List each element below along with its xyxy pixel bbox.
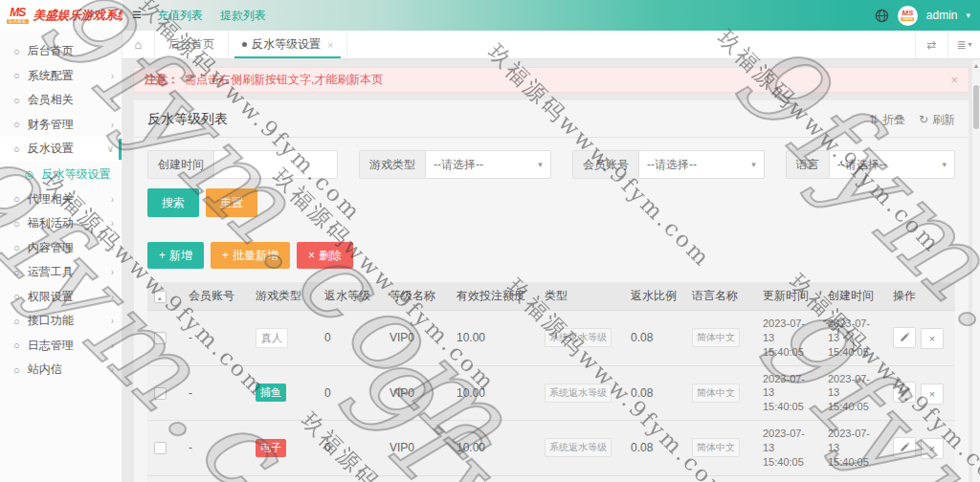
filter-row: 创建时间游戏类型--请选择--▾会员账号--请选择--▾语言--请选择--▾ [147, 150, 955, 179]
filter-select[interactable]: --请选择--▾ [426, 151, 550, 178]
menu-circle-icon: ○ [13, 46, 20, 57]
scroll-up-icon[interactable]: ▲ [972, 62, 980, 69]
sidebar-item-label: 后台首页 [28, 43, 114, 59]
row-delete-button[interactable]: × [921, 438, 944, 459]
filter-label: 语言 [787, 151, 830, 178]
scrollbar-thumb[interactable] [973, 85, 979, 129]
sidebar-item-label: 接口功能 [28, 313, 111, 329]
sidebar-subitem[interactable]: ◎反水等级设置 [0, 162, 122, 187]
chevron-right-icon: › [111, 316, 114, 326]
row-delete-button[interactable]: × [921, 328, 944, 349]
panel-title: 反水等级列表 [147, 111, 228, 128]
sidebar-item[interactable]: ○后台首页 [0, 39, 122, 64]
notice-text: 需点击右侧刷新按钮文字,才能刷新本页 [185, 72, 383, 88]
menu-circle-icon: ○ [13, 291, 20, 302]
collapse-icon: ⇅ [869, 113, 879, 126]
tab-close-icon[interactable]: × [327, 39, 333, 51]
ratio-value: 0.08 [631, 386, 653, 400]
row-checkbox[interactable] [154, 332, 167, 344]
tab-active[interactable]: 反水等级设置× [229, 31, 347, 58]
filter-group: 创建时间 [147, 150, 338, 179]
tab-menu-icon[interactable]: ≣▾ [947, 31, 980, 58]
create-time-input[interactable] [214, 151, 338, 178]
row-delete-button[interactable]: × [921, 383, 944, 405]
chevron-right-icon: › [111, 194, 114, 205]
level-name-value: VIP0 [390, 441, 414, 454]
menu-circle-icon: ○ [13, 340, 20, 351]
reset-button[interactable]: 重置 [206, 188, 257, 217]
level-value: 0 [324, 386, 331, 400]
language-globe-icon[interactable] [875, 9, 889, 23]
delete-button[interactable]: × 删除 [297, 242, 353, 269]
edit-button[interactable] [893, 327, 916, 348]
sidebar-item[interactable]: ○权限设置› [0, 285, 122, 310]
sidebar-item[interactable]: ○财务管理› [0, 113, 122, 138]
filter-select[interactable]: --请选择--▾ [639, 151, 764, 178]
edit-button[interactable] [893, 382, 916, 403]
add-button[interactable]: + 新增 [147, 242, 204, 269]
top-header: MS GAME 美盛娱乐游戏系统 ≡ 充值列表提款列表 MS GAME admi… [0, 0, 980, 31]
app-logo: MS GAME 美盛娱乐游戏系统 [0, 0, 122, 31]
sidebar-item[interactable]: ○内容管理› [0, 236, 122, 261]
edit-button[interactable] [893, 437, 916, 458]
sidebar: ○后台首页○系统配置›○会员相关›○财务管理›○反水设置∨◎反水等级设置○代理相… [0, 31, 122, 482]
hamburger-menu-icon[interactable]: ≡ [132, 6, 142, 25]
user-avatar[interactable]: MS GAME [898, 6, 918, 26]
plus-icon: + [222, 249, 229, 262]
sidebar-item[interactable]: ○日志管理› [0, 334, 122, 359]
row-checkbox[interactable] [154, 387, 167, 400]
sidebar-item-label: 站内信 [28, 362, 111, 378]
batch-add-button[interactable]: + 批量新增 [211, 242, 290, 269]
notice-close-icon[interactable]: × [950, 73, 958, 87]
sidebar-item[interactable]: ○接口功能› [0, 309, 122, 334]
sidebar-item[interactable]: ○系统配置› [0, 64, 122, 89]
tab-scroll-icon[interactable]: ⇄ [915, 31, 947, 58]
filter-group: 游戏类型--请选择--▾ [359, 150, 551, 179]
created-time: 2023-07-13 15:40:05 [828, 373, 870, 413]
select-all-checkbox[interactable] [154, 291, 167, 303]
chevron-right-icon: › [111, 243, 114, 253]
column-header: 有效投注额度 [450, 282, 538, 311]
username-label[interactable]: admin [926, 9, 958, 22]
sidebar-item-label: 权限设置 [28, 289, 111, 305]
chevron-down-icon: ▾ [751, 160, 756, 169]
column-header: 返水等级 [318, 282, 383, 311]
level-value: 0 [324, 441, 331, 454]
game-type-badge: 捕鱼 [256, 383, 286, 402]
type-badge: 系统返水等级 [545, 328, 612, 347]
top-nav-link[interactable]: 充值列表 [157, 8, 203, 24]
filter-select[interactable]: --请选择--▾ [830, 151, 954, 178]
level-name-value: VIP0 [390, 331, 414, 344]
user-dropdown-caret-icon[interactable]: ▾ [966, 11, 970, 20]
filter-group: 语言--请选择--▾ [786, 150, 955, 179]
home-icon[interactable]: ⌂ [122, 31, 155, 58]
top-nav-link[interactable]: 提款列表 [220, 8, 266, 24]
sidebar-item-label: 反水设置 [28, 141, 107, 157]
rebate-level-panel: 反水等级列表 ⇅ 折叠 ↻ 刷新 创建时间游戏类型--请选择--▾会员账号--请… [133, 99, 969, 482]
tab-item[interactable]: 后台首页 [155, 31, 229, 58]
column-header: 会员账号 [182, 282, 249, 311]
search-button[interactable]: 搜索 [147, 188, 199, 217]
sidebar-item-label: 会员相关 [28, 92, 111, 108]
refresh-button[interactable]: ↻ 刷新 [919, 112, 955, 128]
sidebar-item[interactable]: ○运营工具› [0, 260, 122, 285]
sidebar-item-label: 福利活动 [28, 215, 111, 231]
app-title: 美盛娱乐游戏系统 [33, 8, 129, 24]
sidebar-item[interactable]: ○反水设置∨ [0, 137, 122, 162]
chevron-right-icon: › [111, 218, 114, 229]
row-checkbox[interactable] [154, 442, 167, 454]
chevron-down-icon: ▾ [942, 160, 947, 169]
sidebar-item[interactable]: ○代理相关› [0, 187, 122, 212]
table-row: -电子0VIP010.00系统返水等级0.08简体中文2023-07-13 15… [147, 421, 955, 476]
tab-bar: ⌂ 后台首页反水等级设置× ⇄ ≣▾ [122, 31, 980, 59]
refresh-icon: ↻ [919, 113, 928, 126]
collapse-button[interactable]: ⇅ 折叠 [869, 112, 905, 128]
table-row: -捕鱼0VIP010.00系统返水等级0.08简体中文2023-07-13 15… [147, 365, 955, 421]
game-type-badge: 电子 [256, 439, 286, 457]
sidebar-item[interactable]: ○福利活动› [0, 211, 122, 236]
sidebar-item-label: 系统配置 [28, 68, 111, 84]
sidebar-item[interactable]: ○站内信› [0, 358, 122, 383]
sidebar-item-label: 代理相关 [28, 191, 111, 208]
vertical-scrollbar[interactable]: ▲ [972, 60, 980, 482]
sidebar-item[interactable]: ○会员相关› [0, 88, 122, 113]
